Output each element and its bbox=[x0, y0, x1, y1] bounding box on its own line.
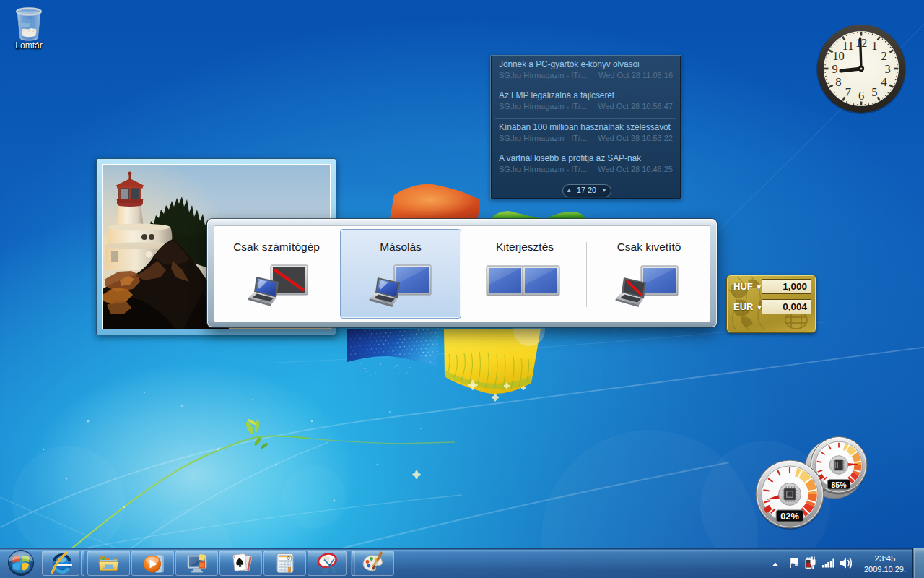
svg-text:8: 8 bbox=[835, 75, 841, 89]
svg-text:0: 0 bbox=[287, 556, 290, 561]
svg-text:9: 9 bbox=[832, 62, 837, 76]
svg-text:6: 6 bbox=[858, 89, 864, 103]
svg-text:2009.10.29.: 2009.10.29. bbox=[864, 565, 906, 574]
svg-text:23:45: 23:45 bbox=[875, 554, 896, 563]
svg-text:3: 3 bbox=[884, 62, 890, 76]
svg-text:11: 11 bbox=[842, 39, 854, 53]
svg-text:1: 1 bbox=[871, 39, 877, 53]
svg-text:85%: 85% bbox=[831, 480, 847, 489]
svg-text:2: 2 bbox=[881, 49, 886, 63]
svg-text:5: 5 bbox=[871, 85, 877, 99]
svg-text:4: 4 bbox=[881, 75, 886, 89]
svg-text:02%: 02% bbox=[780, 512, 798, 522]
svg-text:7: 7 bbox=[845, 85, 851, 99]
